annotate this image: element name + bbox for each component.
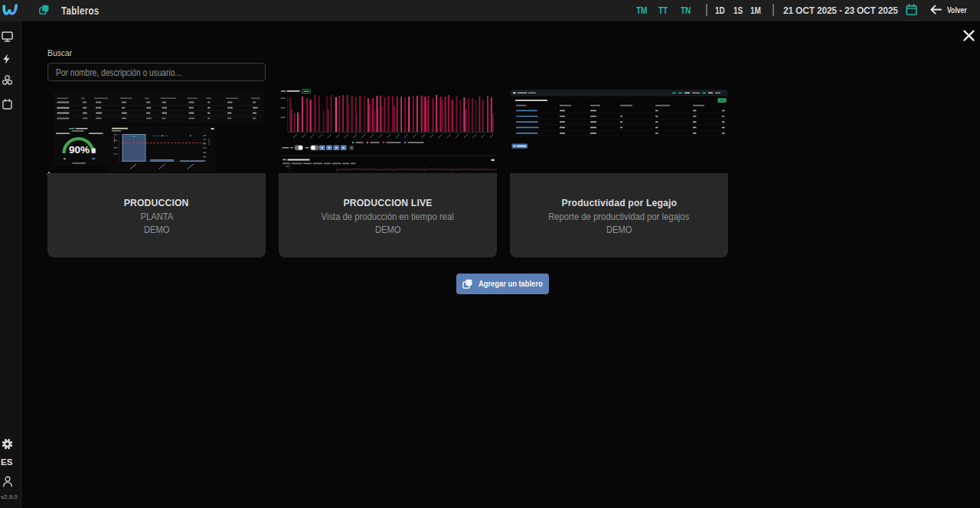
svg-text:90%: 90% (69, 144, 90, 156)
